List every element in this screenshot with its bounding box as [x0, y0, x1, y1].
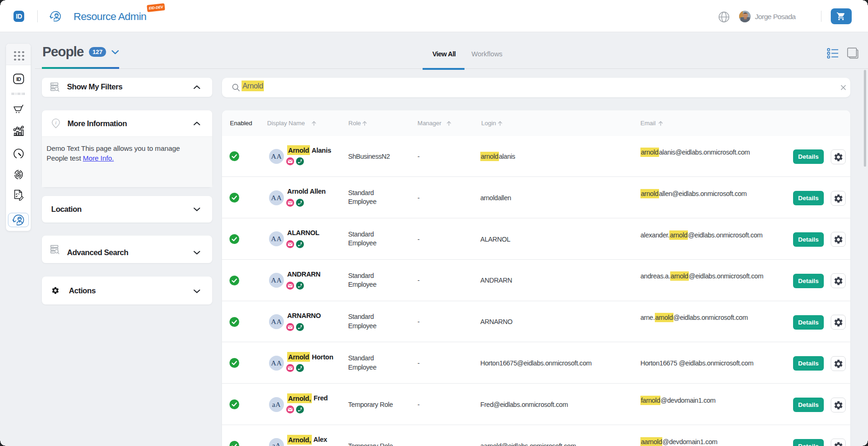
svg-text:ID: ID	[16, 76, 21, 82]
svg-text:i: i	[55, 120, 56, 125]
